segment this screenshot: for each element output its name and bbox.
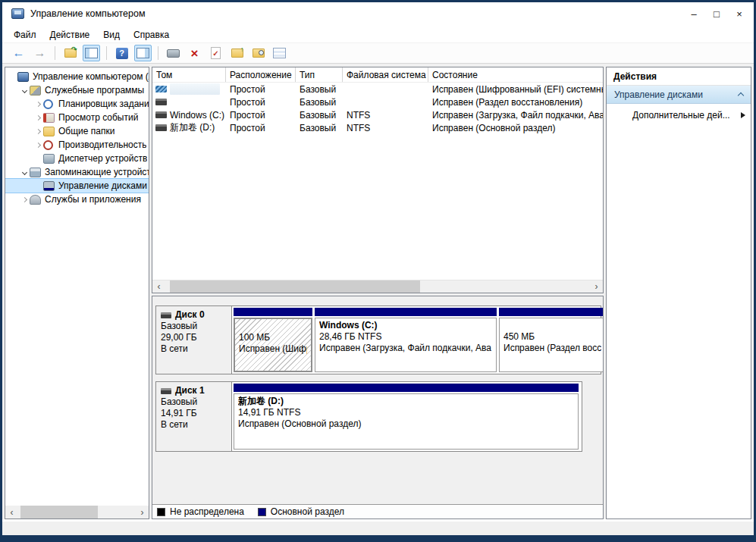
- sidebar-item-disk-management[interactable]: Управление дисками: [5, 179, 149, 193]
- volume-icon: [155, 86, 167, 92]
- chevron-right-icon[interactable]: [33, 130, 43, 133]
- up-level-icon[interactable]: ↷: [61, 45, 79, 61]
- scroll-right-icon[interactable]: ›: [136, 506, 149, 519]
- sidebar-item-device-manager[interactable]: Диспетчер устройств: [5, 152, 149, 165]
- computer-management-window: Управление компьютером – □ × Файл Действ…: [0, 0, 756, 542]
- table-row[interactable]: Простой Базовый Исправен (Раздел восстан…: [152, 96, 603, 108]
- computer-icon: [17, 72, 29, 82]
- export-list-icon[interactable]: ↑: [228, 45, 246, 61]
- services-icon: [30, 195, 41, 205]
- disk-1-info[interactable]: Диск 1 Базовый 14,91 ГБ В сети: [156, 382, 232, 451]
- volume-table-header: Том Расположение Тип Файловая система Со…: [152, 67, 603, 83]
- column-status[interactable]: Состояние: [428, 67, 603, 82]
- volume-icon: [155, 99, 167, 105]
- properties-icon[interactable]: ✓: [207, 45, 224, 61]
- toolbar-separator: [55, 46, 55, 60]
- partition-recovery[interactable]: 450 МБ Исправен (Раздел восс: [499, 308, 604, 372]
- chevron-right-icon[interactable]: [33, 143, 43, 147]
- checklist-icon[interactable]: [271, 45, 288, 61]
- column-filesystem[interactable]: Файловая система: [343, 67, 428, 82]
- volume-table: Том Расположение Тип Файловая система Со…: [152, 67, 603, 280]
- console-tree-panel: Управление компьютером (л Служебные прог…: [5, 67, 149, 519]
- shared-folders-icon: [43, 127, 55, 136]
- sidebar-item-system-tools[interactable]: Служебные программы: [5, 83, 149, 97]
- partition-windows-c[interactable]: Windows (C:) 28,46 ГБ NTFS Исправен (Заг…: [315, 308, 497, 372]
- menu-file[interactable]: Файл: [7, 27, 43, 42]
- menu-view[interactable]: Вид: [96, 27, 127, 42]
- chevron-down-icon[interactable]: [20, 89, 30, 92]
- more-actions-item[interactable]: Дополнительные дей...: [607, 104, 751, 127]
- chevron-down-icon[interactable]: [20, 171, 30, 174]
- chevron-right-icon[interactable]: [33, 116, 43, 120]
- chevron-right-icon[interactable]: [33, 102, 43, 106]
- console-tree: Управление компьютером (л Служебные прог…: [5, 67, 149, 506]
- scroll-left-icon[interactable]: ‹: [5, 506, 18, 519]
- sidebar-item-services-applications[interactable]: Службы и приложения: [5, 193, 149, 206]
- partition-d[interactable]: 新加卷 (D:) 14,91 ГБ NTFS Исправен (Основно…: [234, 384, 579, 450]
- tree-h-scrollbar[interactable]: ‹ ›: [5, 506, 149, 519]
- volume-list-h-scrollbar[interactable]: ‹ ›: [152, 280, 603, 293]
- volume-name-highlight: [170, 83, 220, 95]
- show-console-tree-icon[interactable]: [83, 45, 100, 61]
- table-row[interactable]: 新加卷 (D:) Простой Базовый NTFS Исправен (…: [152, 121, 603, 134]
- sidebar-item-shared-folders[interactable]: Общие папки: [5, 124, 149, 138]
- partition-color-strip: [499, 308, 604, 316]
- help-icon[interactable]: ?: [113, 45, 130, 61]
- minimize-button[interactable]: –: [682, 5, 705, 22]
- back-icon[interactable]: ←: [10, 45, 27, 61]
- toolbar-separator: [106, 46, 107, 60]
- scroll-thumb[interactable]: [170, 280, 420, 293]
- content-area: Управление компьютером (л Служебные прог…: [2, 64, 754, 519]
- app-icon[interactable]: [11, 8, 24, 19]
- find-icon[interactable]: [249, 45, 267, 61]
- actions-panel: Действия Управление дисками Дополнительн…: [606, 67, 751, 519]
- partition-color-strip: [315, 308, 497, 316]
- disk-1-row: Диск 1 Базовый 14,91 ГБ В сети 新加卷 (D:) …: [155, 381, 582, 452]
- close-button[interactable]: ×: [728, 5, 751, 22]
- status-bar: [2, 522, 754, 535]
- legend-primary-partition: Основной раздел: [258, 506, 344, 517]
- partition-color-strip: [234, 308, 312, 316]
- sidebar-item-computer-management[interactable]: Управление компьютером (л: [5, 70, 149, 83]
- sidebar-item-storage[interactable]: Запоминающие устройст: [5, 165, 149, 179]
- forward-icon[interactable]: →: [31, 45, 49, 61]
- table-row[interactable]: Простой Базовый Исправен (Шифрованный (E…: [152, 83, 603, 96]
- legend-bar: Не распределена Основной раздел: [152, 504, 603, 519]
- disk-management-icon: [43, 181, 55, 191]
- menu-action[interactable]: Действие: [43, 27, 97, 42]
- delete-volume-icon[interactable]: ×: [186, 45, 203, 61]
- sidebar-item-event-viewer[interactable]: Просмотр событий: [5, 111, 149, 124]
- chevron-right-icon[interactable]: [20, 198, 30, 202]
- sidebar-item-performance[interactable]: Производительность: [5, 138, 149, 152]
- disk-0-info[interactable]: Диск 0 Базовый 29,00 ГБ В сети: [156, 306, 232, 374]
- sidebar-item-task-scheduler[interactable]: Планировщик заданий: [5, 97, 149, 111]
- storage-icon: [30, 168, 41, 177]
- disk-icon: [161, 388, 171, 394]
- maximize-button[interactable]: □: [705, 5, 728, 22]
- menu-bar: Файл Действие Вид Справка: [2, 25, 754, 42]
- console-window-icon[interactable]: [165, 45, 182, 61]
- scroll-right-icon[interactable]: ›: [590, 280, 603, 293]
- scroll-thumb[interactable]: [20, 506, 98, 519]
- partition-color-strip: [234, 384, 579, 392]
- task-scheduler-icon: [43, 99, 53, 109]
- submenu-arrow-icon: [741, 112, 745, 118]
- tools-icon: [30, 86, 41, 96]
- column-type[interactable]: Тип: [296, 67, 343, 82]
- disk-0-row: Диск 0 Базовый 29,00 ГБ В сети 100 МБ Ис…: [155, 305, 601, 374]
- title-bar: Управление компьютером – □ ×: [2, 2, 754, 25]
- column-volume[interactable]: Том: [152, 67, 226, 82]
- table-row[interactable]: Windows (C:) Простой Базовый NTFS Исправ…: [152, 108, 603, 121]
- device-manager-icon: [43, 154, 55, 164]
- scroll-left-icon[interactable]: ‹: [152, 280, 165, 293]
- partition-efi[interactable]: 100 МБ Исправен (Шифр: [234, 308, 312, 372]
- show-action-pane-icon[interactable]: [134, 45, 152, 61]
- primary-partition-swatch: [258, 508, 266, 516]
- actions-group-disk-management[interactable]: Управление дисками: [607, 86, 751, 104]
- column-layout[interactable]: Расположение: [226, 67, 296, 82]
- menu-help[interactable]: Справка: [127, 27, 176, 42]
- collapse-icon[interactable]: [738, 92, 744, 99]
- graphical-view-pane: Диск 0 Базовый 29,00 ГБ В сети 100 МБ Ис…: [152, 296, 604, 519]
- toolbar: ← → ↷ ? × ✓ ↑: [2, 42, 754, 64]
- disk-management-pane: Том Расположение Тип Файловая система Со…: [152, 67, 604, 519]
